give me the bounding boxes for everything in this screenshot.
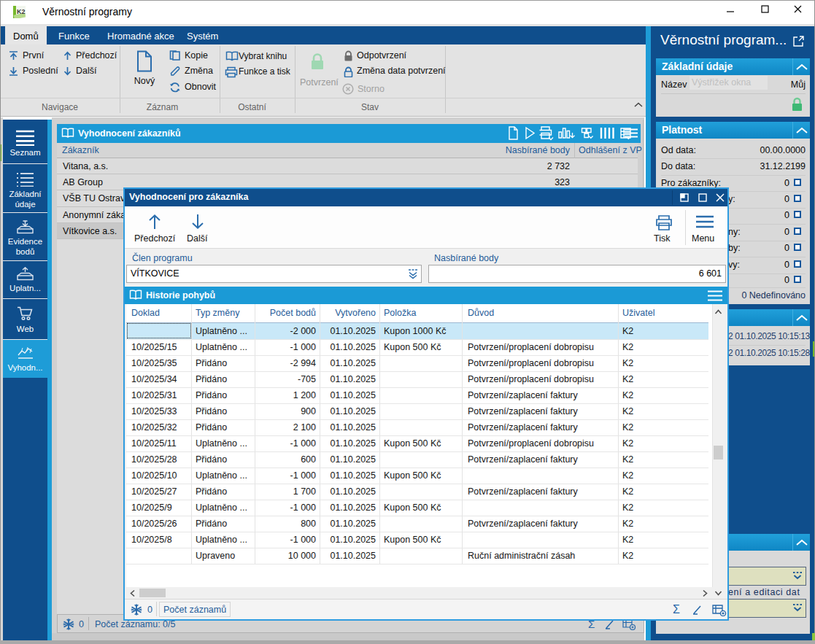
svg-text:Σ: Σ — [673, 603, 680, 616]
